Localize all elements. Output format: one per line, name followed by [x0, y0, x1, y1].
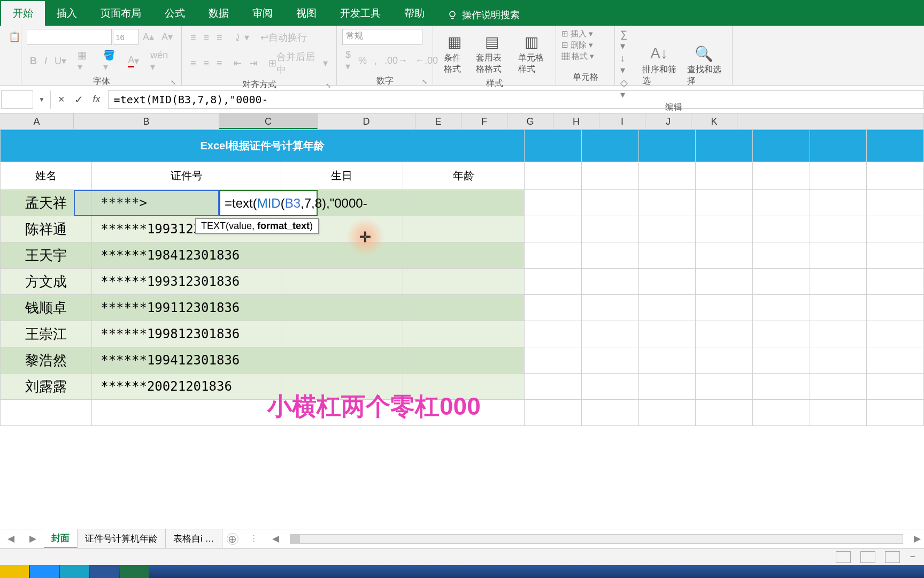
cell[interactable]	[752, 269, 810, 295]
column-header-E[interactable]: E	[415, 113, 461, 129]
name-box[interactable]	[1, 90, 33, 109]
conditional-format-button[interactable]: ▦条件格式	[438, 29, 471, 77]
increase-decimal-icon[interactable]: .00→	[381, 53, 411, 69]
cell[interactable]	[581, 216, 638, 242]
cell[interactable]	[696, 242, 753, 269]
formula-input[interactable]: =text(MID(B3,7,8),"0000-	[108, 90, 924, 109]
hscroll-right-icon[interactable]: ▶	[911, 533, 924, 544]
name-box-dropdown-icon[interactable]: ▼	[33, 96, 50, 103]
ribbon-tab-insert[interactable]: 插入	[45, 1, 89, 26]
cell[interactable]	[696, 347, 753, 374]
cell[interactable]	[581, 242, 638, 269]
ribbon-tab-formulas[interactable]: 公式	[153, 1, 197, 26]
taskbar-item-2[interactable]	[60, 565, 89, 578]
enter-formula-button[interactable]: ✓	[74, 93, 83, 106]
cells-table[interactable]: Excel根据证件号计算年龄姓名证件号生日年龄孟天祥*****>陈祥通*****…	[0, 130, 924, 426]
ribbon-tab-developer[interactable]: 开发工具	[328, 1, 392, 26]
cell[interactable]	[810, 190, 867, 216]
cell[interactable]	[525, 242, 582, 269]
cell[interactable]	[638, 321, 696, 347]
taskbar-item-1[interactable]	[30, 565, 59, 578]
cell[interactable]	[867, 162, 924, 190]
number-format-select[interactable]: 常规	[342, 29, 422, 45]
cell[interactable]	[696, 321, 753, 347]
align-left-icon[interactable]: ≡	[187, 56, 199, 71]
insert-function-button[interactable]: fx	[93, 94, 101, 105]
cell[interactable]	[752, 347, 810, 374]
cell[interactable]	[525, 269, 582, 295]
column-header-H[interactable]: H	[553, 113, 599, 129]
cell[interactable]	[638, 130, 696, 162]
find-select-button[interactable]: 🔍查找和选择	[682, 41, 727, 89]
cell[interactable]	[752, 242, 810, 269]
cell[interactable]: 黎浩然	[1, 347, 92, 374]
cell[interactable]	[867, 242, 924, 269]
border-button[interactable]: ▦ ▾	[74, 47, 96, 75]
cell[interactable]	[638, 295, 696, 321]
cell[interactable]: 证件号	[92, 162, 281, 190]
cell[interactable]	[867, 400, 924, 426]
font-dialog-launcher[interactable]: ⤡	[171, 79, 176, 86]
cell[interactable]	[638, 190, 696, 216]
sheet-nav-prev-icon[interactable]: ◀	[0, 533, 22, 544]
taskbar-item-0[interactable]	[0, 565, 29, 578]
hscroll-left-icon[interactable]: ◀	[269, 533, 282, 544]
horizontal-scrollbar[interactable]	[290, 534, 904, 544]
cell[interactable]	[281, 347, 403, 374]
cell[interactable]	[525, 190, 582, 216]
ribbon-tab-home[interactable]: 开始	[1, 1, 45, 26]
cell[interactable]	[525, 162, 582, 190]
fill-icon[interactable]: ↓ ▾	[620, 53, 633, 76]
decrease-font-icon[interactable]: A▾	[158, 29, 176, 45]
taskbar-item-3[interactable]	[90, 565, 119, 578]
number-dialog-launcher[interactable]: ⤡	[422, 78, 427, 86]
cell[interactable]	[403, 190, 525, 216]
percent-icon[interactable]: %	[355, 53, 370, 69]
cell[interactable]	[810, 130, 867, 162]
autosum-icon[interactable]: ∑ ▾	[620, 29, 633, 52]
cell[interactable]: 陈祥通	[1, 216, 92, 242]
cell[interactable]	[638, 374, 696, 400]
orientation-icon[interactable]: ⤸ ▾	[230, 29, 252, 45]
align-top-icon[interactable]: ≡	[187, 30, 199, 45]
font-color-button[interactable]: A ▾	[125, 52, 142, 70]
alignment-dialog-launcher[interactable]: ⤡	[326, 82, 331, 89]
cell[interactable]	[281, 321, 403, 347]
cell[interactable]	[525, 374, 582, 400]
page-break-view-button[interactable]	[885, 551, 900, 563]
cell[interactable]	[810, 295, 867, 321]
cell[interactable]	[752, 130, 810, 162]
cell[interactable]: ******20021201836	[92, 374, 281, 400]
column-header-K[interactable]: K	[691, 113, 737, 129]
cell[interactable]	[810, 242, 867, 269]
align-bottom-icon[interactable]: ≡	[213, 30, 226, 45]
cell[interactable]: 王天宇	[1, 242, 92, 269]
font-size-select[interactable]: 16	[113, 29, 138, 45]
cell[interactable]	[581, 374, 638, 400]
cell[interactable]	[696, 190, 753, 216]
cell[interactable]	[696, 269, 753, 295]
italic-button[interactable]: I	[41, 54, 50, 69]
cancel-formula-button[interactable]: ×	[58, 93, 65, 105]
cell[interactable]	[696, 162, 753, 190]
delete-cells-button[interactable]: ⊟ 删除 ▾	[561, 40, 609, 50]
cell[interactable]	[638, 347, 696, 374]
cell[interactable]	[752, 321, 810, 347]
column-header-F[interactable]: F	[461, 113, 507, 129]
cell[interactable]: 王崇江	[1, 321, 92, 347]
align-center-icon[interactable]: ≡	[201, 56, 213, 71]
cell[interactable]	[810, 347, 867, 374]
cell[interactable]	[581, 162, 638, 190]
active-cell-editor[interactable]: =text(MID(B3,7,8),"0000-	[219, 190, 318, 216]
font-family-select[interactable]	[27, 29, 112, 45]
increase-indent-icon[interactable]: ⇥	[246, 55, 260, 71]
cell[interactable]	[696, 374, 753, 400]
page-layout-view-button[interactable]	[860, 551, 875, 563]
ribbon-tab-review[interactable]: 审阅	[241, 1, 284, 26]
cell[interactable]	[752, 400, 810, 426]
cell[interactable]	[810, 216, 867, 242]
column-header-I[interactable]: I	[599, 113, 645, 129]
cell[interactable]	[752, 216, 810, 242]
cell[interactable]	[810, 269, 867, 295]
cell[interactable]	[867, 216, 924, 242]
